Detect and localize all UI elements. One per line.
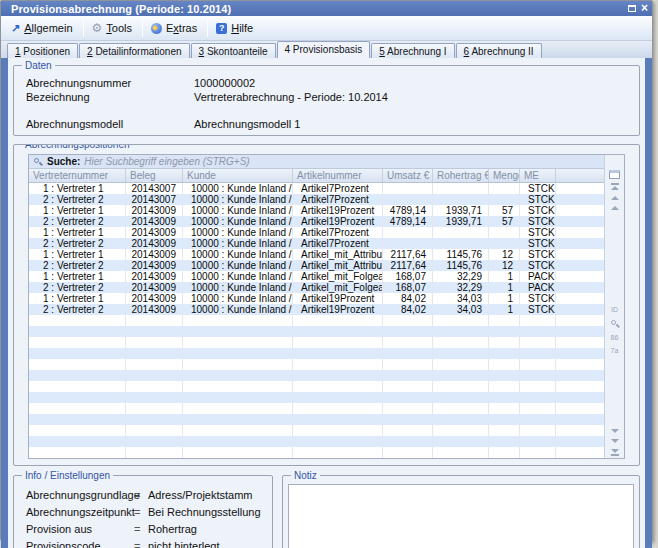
table-cell-filler: [556, 304, 604, 315]
title-bar[interactable]: Provisionsabrechnung (Periode: 10.2014) …: [1, 1, 652, 16]
table-cell: [29, 348, 126, 359]
table-row[interactable]: 2 : Vertreter 22014300910000 : Kunde Inl…: [29, 238, 604, 249]
tools-button[interactable]: ⚙Tools: [86, 18, 140, 38]
sort-a-button[interactable]: 86: [611, 334, 619, 342]
table-cell: [520, 337, 556, 348]
toolbar-separator: [207, 19, 208, 37]
table-cell: 1 : Vertreter 1: [29, 227, 126, 238]
table-row-empty[interactable]: [29, 392, 604, 403]
table-cell: [383, 392, 433, 403]
table-row[interactable]: 2 : Vertreter 22014300910000 : Kunde Inl…: [29, 260, 604, 271]
tab-provisionsbasis[interactable]: 4 Provisionsbasis: [277, 41, 371, 58]
table-row[interactable]: 1 : Vertreter 12014300910000 : Kunde Inl…: [29, 271, 604, 282]
scroll-page-down-icon[interactable]: [611, 439, 619, 443]
column-chooser-icon[interactable]: [609, 170, 620, 179]
table-cell: 1 : Vertreter 1: [29, 205, 126, 216]
table-cell: Artikel19Prozent: [293, 216, 383, 227]
table-row[interactable]: 2 : Vertreter 22014300910000 : Kunde Inl…: [29, 216, 604, 227]
extras-button[interactable]: Extras: [145, 18, 205, 38]
tab-detailinformationen[interactable]: 2 Detailinformationen: [79, 43, 190, 58]
sort-b-button[interactable]: 7a: [611, 347, 619, 355]
field-row: AbrechnungsmodellAbrechnungsmodell 1: [26, 117, 627, 131]
table-cell-filler: [556, 315, 604, 326]
table-row-empty[interactable]: [29, 315, 604, 326]
extras-icon: [151, 23, 162, 34]
table-cell: 10000 : Kunde Inland / Inlandsort: [183, 249, 293, 260]
table-cell: 2 : Vertreter 2: [29, 194, 126, 205]
tab-positionen[interactable]: 1 Positionen: [7, 43, 78, 58]
table-row-empty[interactable]: [29, 414, 604, 425]
table-cell: 32,29: [433, 282, 489, 293]
table-cell: [383, 425, 433, 436]
search-input[interactable]: [84, 156, 600, 167]
column-header-5[interactable]: Umsatz €: [383, 169, 433, 182]
column-header-2[interactable]: Beleg: [126, 169, 183, 182]
table-cell: [433, 238, 489, 249]
table-cell: 1: [489, 271, 520, 282]
column-header-7[interactable]: Menge: [489, 169, 520, 182]
tab-abrechnung-1[interactable]: 5 Abrechnung I: [371, 43, 454, 58]
close-button[interactable]: ×: [641, 3, 648, 14]
table-row[interactable]: 1 : Vertreter 12014300910000 : Kunde Inl…: [29, 249, 604, 260]
table-cell: [126, 381, 183, 392]
column-header-6[interactable]: Rohertrag €: [433, 169, 489, 182]
table-row-empty[interactable]: [29, 381, 604, 392]
table-row-empty[interactable]: [29, 403, 604, 414]
scroll-page-up-icon[interactable]: [611, 196, 619, 200]
table-cell-filler: [556, 436, 604, 447]
scroll-first-icon[interactable]: [611, 183, 619, 190]
scroll-up-icon[interactable]: [611, 206, 619, 210]
info-value: Rohertrag: [148, 521, 197, 538]
equals-sign: =: [134, 538, 148, 548]
table-row[interactable]: 2 : Vertreter 22014300710000 : Kunde Inl…: [29, 194, 604, 205]
table-row[interactable]: 2 : Vertreter 22014300910000 : Kunde Inl…: [29, 304, 604, 315]
table-cell: [489, 403, 520, 414]
app-window: Provisionsabrechnung (Periode: 10.2014) …: [0, 0, 653, 542]
table-cell: [520, 403, 556, 414]
column-header-4[interactable]: Artikelnummer: [293, 169, 383, 182]
table-row[interactable]: 1 : Vertreter 12014300910000 : Kunde Inl…: [29, 227, 604, 238]
search-bar[interactable]: Suche:: [29, 155, 604, 169]
table-cell: [433, 315, 489, 326]
table-row-empty[interactable]: [29, 326, 604, 337]
table-row[interactable]: 2 : Vertreter 22014300910000 : Kunde Inl…: [29, 282, 604, 293]
column-header-3[interactable]: Kunde: [183, 169, 293, 182]
info-row: Abrechnungsgrundlage=Adress/Projektstamm: [26, 487, 262, 504]
table-cell: 20143007: [126, 194, 183, 205]
table-cell: Artikel7Prozent: [293, 238, 383, 249]
table-row-empty[interactable]: [29, 337, 604, 348]
zoom-button[interactable]: [610, 319, 620, 329]
table-cell: Artikel7Prozent: [293, 183, 383, 194]
table-row[interactable]: 1 : Vertreter 12014300910000 : Kunde Inl…: [29, 205, 604, 216]
scroll-down-icon[interactable]: [611, 429, 619, 433]
table-row[interactable]: 1 : Vertreter 12014300710000 : Kunde Inl…: [29, 183, 604, 194]
table-row-empty[interactable]: [29, 447, 604, 458]
table-cell: 2117,64: [383, 249, 433, 260]
table-row-empty[interactable]: [29, 348, 604, 359]
table-row[interactable]: 1 : Vertreter 12014300910000 : Kunde Inl…: [29, 293, 604, 304]
table-row-empty[interactable]: [29, 436, 604, 447]
table-cell-filler: [556, 359, 604, 370]
table-cell: STCK: [520, 260, 556, 271]
table-row-empty[interactable]: [29, 425, 604, 436]
allgemein-button[interactable]: ↗Allgemein: [5, 18, 81, 38]
column-header-1[interactable]: Vertreternummer: [29, 169, 126, 182]
table-cell: [433, 436, 489, 447]
tab-skontoanteile[interactable]: 3 Skontoanteile: [191, 43, 276, 58]
table-cell: [29, 403, 126, 414]
tab-abrechnung-2[interactable]: 6 Abrechnung II: [456, 43, 542, 58]
table-row-empty[interactable]: [29, 359, 604, 370]
table-row-empty[interactable]: [29, 370, 604, 381]
scroll-last-icon[interactable]: [611, 449, 619, 456]
restore-button[interactable]: [628, 5, 636, 12]
field-label: Abrechnungsnummer: [26, 76, 194, 90]
hilfe-button[interactable]: ?Hilfe: [210, 18, 261, 38]
table-cell-filler: [556, 227, 604, 238]
table-cell: STCK: [520, 304, 556, 315]
column-header-8[interactable]: ME: [520, 169, 556, 182]
notiz-textarea[interactable]: [288, 484, 634, 548]
table-cell: [183, 370, 293, 381]
id-button[interactable]: ID: [611, 306, 618, 314]
grid-body: 1 : Vertreter 12014300710000 : Kunde Inl…: [29, 183, 604, 458]
table-cell: 1145,76: [433, 249, 489, 260]
